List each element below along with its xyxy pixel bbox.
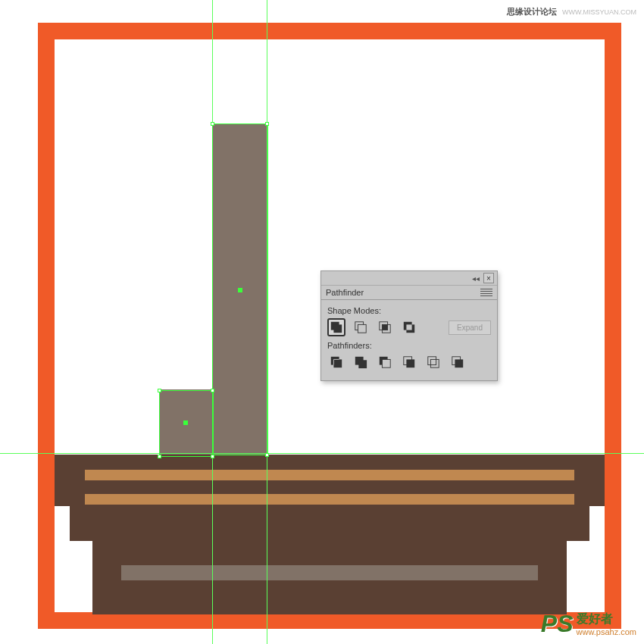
watermark-bottom-url: www.psahz.com <box>577 627 636 636</box>
anchor-point[interactable] <box>211 455 214 458</box>
trim-icon[interactable] <box>352 353 370 371</box>
svg-rect-23 <box>455 359 463 367</box>
watermark-ps-logo: PS <box>541 610 574 638</box>
watermark-top-url: WWW.MISSYUAN.COM <box>562 8 636 16</box>
watermark-bottom: PS 爱好者 www.psahz.com <box>541 610 636 638</box>
watermark-bottom-text: 爱好者 <box>577 611 636 627</box>
panel-title[interactable]: Pathfinder <box>326 288 364 297</box>
svg-rect-11 <box>333 359 342 367</box>
anchor-point[interactable] <box>265 453 269 457</box>
boat-stripe-1 <box>85 470 574 480</box>
crop-icon[interactable] <box>400 353 418 371</box>
expand-button[interactable]: Expand <box>449 320 491 335</box>
svg-rect-3 <box>358 324 366 333</box>
svg-rect-6 <box>382 324 387 330</box>
anchor-point[interactable] <box>158 455 161 458</box>
panel-menu-icon[interactable] <box>480 289 492 296</box>
svg-rect-20 <box>428 357 436 365</box>
exclude-icon[interactable] <box>400 318 418 336</box>
anchor-point[interactable] <box>158 389 161 392</box>
panel-header[interactable]: ◂◂ × <box>321 271 497 286</box>
unite-icon[interactable] <box>327 318 345 336</box>
boat-hull <box>92 505 567 614</box>
svg-rect-21 <box>430 359 439 367</box>
watermark-top: 思缘设计论坛 WWW.MISSYUAN.COM <box>507 6 636 17</box>
svg-rect-15 <box>358 360 367 368</box>
divide-icon[interactable] <box>327 353 345 371</box>
intersect-icon[interactable] <box>376 318 394 336</box>
shape-modes-label: Shape Modes: <box>327 306 491 315</box>
svg-rect-17 <box>382 359 390 367</box>
svg-rect-19 <box>406 359 414 367</box>
merge-icon[interactable] <box>376 353 394 371</box>
selection-center[interactable] <box>238 288 242 292</box>
pathfinder-panel[interactable]: ◂◂ × Pathfinder Shape Modes: Expand Path… <box>320 270 498 381</box>
boat-inner-stripe <box>121 565 538 580</box>
svg-rect-9 <box>406 324 411 330</box>
watermark-top-text: 思缘设计论坛 <box>507 7 557 16</box>
svg-rect-1 <box>333 324 342 333</box>
anchor-point[interactable] <box>211 122 214 126</box>
anchor-point[interactable] <box>211 389 214 392</box>
minus-front-icon[interactable] <box>352 318 370 336</box>
panel-collapse-icon[interactable]: ◂◂ <box>472 274 480 283</box>
boat-stripe-2 <box>85 494 574 505</box>
outline-icon[interactable] <box>424 353 442 371</box>
guide-horizontal-1[interactable] <box>0 453 644 454</box>
panel-close-button[interactable]: × <box>483 273 494 283</box>
pathfinders-label: Pathfinders: <box>327 341 491 350</box>
panel-body: Shape Modes: Expand Pathfinders: <box>321 300 497 380</box>
minus-back-icon[interactable] <box>449 353 467 371</box>
selection-center[interactable] <box>183 420 188 425</box>
anchor-point[interactable] <box>265 122 269 126</box>
panel-tab-bar: Pathfinder <box>321 286 497 300</box>
